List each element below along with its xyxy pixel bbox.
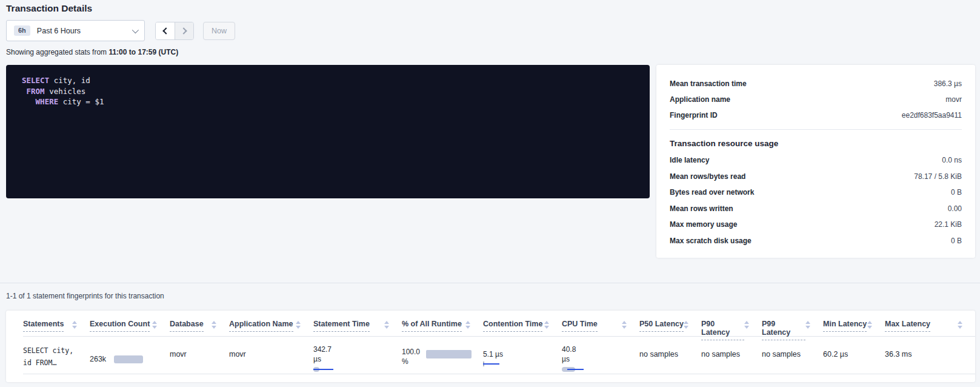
cell-p99-latency: no samples xyxy=(762,337,823,374)
cell-database: movr xyxy=(170,337,229,374)
summary-row-mean-transaction-time: Mean transaction time 386.3 µs xyxy=(670,76,962,92)
transaction-summary-panel: Mean transaction time 386.3 µs Applicati… xyxy=(656,65,975,258)
cell-p50-latency: no samples xyxy=(639,337,701,374)
col-p50-latency[interactable]: P50 Latency xyxy=(639,320,701,336)
col-execution-count[interactable]: Execution Count xyxy=(90,320,170,336)
col-max-latency[interactable]: Max Latency xyxy=(885,320,975,336)
sort-icon[interactable] xyxy=(958,321,963,329)
cell-percent-runtime: 100.0% xyxy=(402,337,483,374)
col-cpu-time[interactable]: CPU Time xyxy=(562,320,639,336)
table-row: SELECT city,id FROM… 263k movr movr 342.… xyxy=(23,337,975,374)
time-range-badge: 6h xyxy=(14,25,30,36)
sql-keyword: SELECT xyxy=(22,76,49,85)
cell-min-latency: 60.2 µs xyxy=(823,337,885,374)
cell-cpu-time: 40.8µs xyxy=(562,337,639,374)
sort-icon[interactable] xyxy=(212,321,217,329)
col-percent-runtime[interactable]: % of All Runtime xyxy=(402,320,483,336)
resource-row-mean-rows-bytes-read: Mean rows/bytes read 78.17 / 5.8 KiB xyxy=(670,169,962,185)
sort-icon[interactable] xyxy=(622,321,627,329)
sort-icon[interactable] xyxy=(384,321,390,329)
aggregated-stats-range: 11:00 to 17:59 (UTC) xyxy=(108,48,178,56)
sql-keyword: WHERE xyxy=(36,97,59,106)
sort-icon[interactable] xyxy=(744,321,750,329)
execution-count-bar xyxy=(114,355,143,363)
sort-icon[interactable] xyxy=(544,321,550,329)
time-range-label: Past 6 Hours xyxy=(37,27,81,35)
sort-icon[interactable] xyxy=(805,321,811,329)
cell-max-latency: 36.3 ms xyxy=(885,337,975,374)
chevron-left-icon xyxy=(162,27,169,34)
col-min-latency[interactable]: Min Latency xyxy=(823,320,885,336)
col-p99-latency[interactable]: P99 Latency xyxy=(762,320,823,336)
col-contention-time[interactable]: Contention Time xyxy=(483,320,562,336)
sql-line: WHERE city = $1 xyxy=(22,96,650,107)
sort-icon[interactable] xyxy=(867,321,873,329)
statement-link[interactable]: SELECT city,id FROM… xyxy=(23,345,90,369)
summary-row-application-name: Application name movr xyxy=(670,92,962,107)
cell-application-name: movr xyxy=(229,337,313,374)
statement-time-bar xyxy=(313,367,334,372)
resource-usage-title: Transaction resource usage xyxy=(670,139,962,148)
page-title: Transaction Details xyxy=(6,3,92,14)
section-divider xyxy=(0,283,980,283)
next-time-button[interactable] xyxy=(175,22,193,39)
col-statement-time[interactable]: Statement Time xyxy=(313,320,402,336)
sql-line: FROM vehicles xyxy=(22,86,650,97)
cpu-time-bar xyxy=(562,367,586,372)
cell-execution-count: 263k xyxy=(90,337,170,374)
resource-row-bytes-read-over-network: Bytes read over network 0 B xyxy=(670,184,962,201)
col-p90-latency[interactable]: P90 Latency xyxy=(701,320,762,336)
percent-runtime-bar xyxy=(426,350,472,358)
aggregated-stats-caption: Showing aggregated stats from 11:00 to 1… xyxy=(6,48,178,56)
statements-table-header: Statements Execution Count Database Appl… xyxy=(23,311,975,337)
summary-divider xyxy=(670,129,962,130)
resource-row-max-scratch-disk-usage: Max scratch disk usage 0 B xyxy=(670,233,962,249)
col-application-name[interactable]: Application Name xyxy=(229,320,313,336)
sort-icon[interactable] xyxy=(152,321,158,329)
statements-count-caption: 1-1 of 1 statement fingerprints for this… xyxy=(6,292,164,300)
cell-contention-time: 5.1 µs xyxy=(483,337,562,374)
sort-icon[interactable] xyxy=(296,321,301,329)
prev-time-button[interactable] xyxy=(156,22,175,39)
sort-icon[interactable] xyxy=(72,321,78,329)
contention-time-bar xyxy=(483,362,500,366)
summary-row-fingerprint-id: Fingerprint ID ee2df683f5aa9411 xyxy=(670,107,962,123)
chevron-down-icon xyxy=(132,26,139,33)
statements-table: Statements Execution Count Database Appl… xyxy=(6,311,975,382)
sort-icon[interactable] xyxy=(465,321,471,329)
cell-p90-latency: no samples xyxy=(701,337,762,374)
chevron-right-icon xyxy=(180,27,187,34)
sql-line: SELECT city, id xyxy=(22,75,650,86)
sql-keyword: FROM xyxy=(27,87,45,96)
sql-statement-box: SELECT city, id FROM vehicles WHERE city… xyxy=(6,65,650,198)
time-step-buttons xyxy=(155,22,194,40)
now-button[interactable]: Now xyxy=(203,22,235,40)
resource-row-mean-rows-written: Mean rows written 0.00 xyxy=(670,201,962,217)
resource-row-idle-latency: Idle latency 0.0 ns xyxy=(670,152,962,169)
col-database[interactable]: Database xyxy=(170,320,229,336)
resource-row-max-memory-usage: Max memory usage 22.1 KiB xyxy=(670,217,962,233)
cell-statement: SELECT city,id FROM… xyxy=(23,337,90,374)
time-range-picker[interactable]: 6h Past 6 Hours xyxy=(6,20,145,41)
sort-icon[interactable] xyxy=(684,321,689,329)
time-controls: 6h Past 6 Hours Now xyxy=(6,20,235,41)
col-statements[interactable]: Statements xyxy=(23,320,90,336)
cell-statement-time: 342.7µs xyxy=(313,337,402,374)
